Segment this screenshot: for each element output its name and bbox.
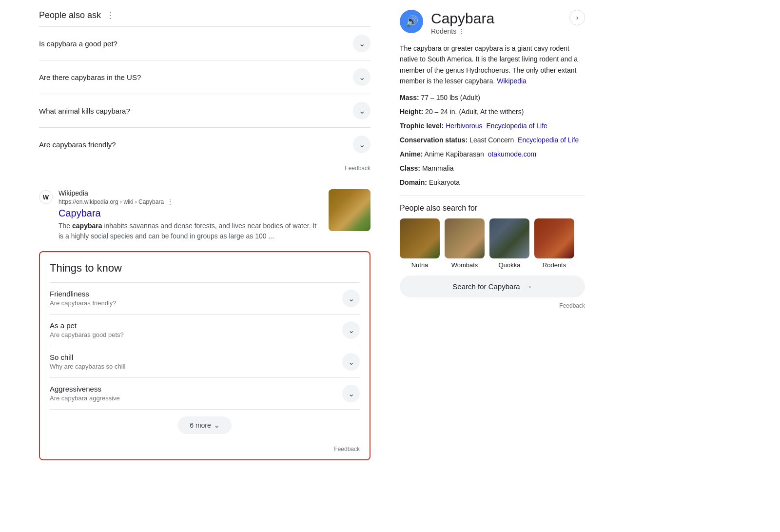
faq-item-4[interactable]: Are capybaras friendly? ⌄ (39, 127, 370, 161)
rodents-image (534, 218, 574, 258)
kp-fact-conservation: Conservation status: Least Concern Encyc… (400, 135, 585, 145)
kp-subtitle: Rodents ⋮ (431, 27, 562, 35)
kp-title-area: Capybara Rodents ⋮ (431, 10, 562, 35)
ttk-more-chevron-icon: ⌄ (214, 421, 220, 429)
kp-fact-trophic: Trophic level: Herbivorous Encyclopedia … (400, 121, 585, 131)
wikipedia-title-link[interactable]: Capybara (58, 208, 323, 219)
faq-item-3[interactable]: What animal kills capybara? ⌄ (39, 94, 370, 127)
wiki-snippet: The capybara inhabits savannas and dense… (58, 221, 323, 241)
faq-item-1[interactable]: Is capybara a good pet? ⌄ (39, 26, 370, 60)
people-also-ask-section: People also ask ⋮ Is capybara a good pet… (39, 10, 370, 179)
ttk-more-button[interactable]: 6 more ⌄ (178, 416, 232, 434)
past-item-nutria[interactable]: Nutria (400, 218, 440, 269)
people-also-ask-title: People also ask ⋮ (39, 10, 370, 20)
paa-menu-icon[interactable]: ⋮ (106, 10, 115, 20)
kp-divider (400, 196, 585, 196)
ttk-expand-icon-1[interactable]: ⌄ (342, 290, 360, 307)
anime-source-link[interactable]: otakumode.com (488, 150, 537, 158)
ttk-item-chill[interactable]: So chill Why are capybaras so chill ⌄ (50, 346, 360, 377)
right-column: 🔊 Capybara Rodents ⋮ › The capybara or g… (400, 10, 585, 460)
kp-header: 🔊 Capybara Rodents ⋮ › (400, 10, 585, 35)
wombat-image (445, 218, 485, 258)
faq-expand-icon-1[interactable]: ⌄ (353, 35, 370, 52)
nutria-image (400, 218, 440, 258)
wikipedia-logo: W (39, 190, 53, 204)
paa-feedback[interactable]: Feedback (39, 161, 370, 179)
kp-fact-anime: Anime: Anime Kapibarasan otakumode.com (400, 149, 585, 159)
kp-fact-domain: Domain: Eukaryota (400, 177, 585, 188)
past-item-quokka[interactable]: Quokka (489, 218, 529, 269)
people-also-search-section: People also search for Nutria Wombats Qu… (400, 204, 585, 309)
past-title: People also search for (400, 204, 585, 213)
kp-title: Capybara (431, 10, 562, 27)
kp-fact-mass: Mass: 77 – 150 lbs (Adult) (400, 93, 585, 103)
wiki-source-line: Wikipedia (58, 189, 323, 197)
search-capybara-arrow-icon: → (525, 282, 532, 291)
search-capybara-button[interactable]: Search for Capybara → (400, 276, 585, 297)
kp-feedback[interactable]: Feedback (400, 302, 585, 309)
kp-subtitle-dots-icon[interactable]: ⋮ (458, 27, 465, 35)
wiki-result-menu-icon[interactable]: ⋮ (167, 198, 174, 206)
quokka-image (489, 218, 529, 258)
faq-expand-icon-4[interactable]: ⌄ (353, 136, 370, 153)
kp-description: The capybara or greater capybara is a gi… (400, 43, 585, 87)
past-item-wombats[interactable]: Wombats (445, 218, 485, 269)
kp-wikipedia-link[interactable]: Wikipedia (497, 77, 526, 85)
ttk-feedback[interactable]: Feedback (50, 441, 360, 459)
conservation-source-link[interactable]: Encyclopedia of Life (518, 136, 579, 144)
kp-facts: Mass: 77 – 150 lbs (Adult) Height: 20 – … (400, 93, 585, 188)
wiki-content-area: Wikipedia https://en.wikipedia.org › wik… (58, 189, 323, 241)
faq-item-2[interactable]: Are there capybaras in the US? ⌄ (39, 60, 370, 94)
kp-expand-icon[interactable]: › (569, 10, 585, 25)
ttk-more-row: 6 more ⌄ (50, 409, 360, 441)
ttk-item-friendliness[interactable]: Friendliness Are capybaras friendly? ⌄ (50, 282, 360, 314)
past-grid: Nutria Wombats Quokka Rodents (400, 218, 585, 269)
kp-fact-class: Class: Mammalia (400, 163, 585, 174)
ttk-item-pet[interactable]: As a pet Are capybaras good pets? ⌄ (50, 314, 360, 346)
faq-expand-icon-3[interactable]: ⌄ (353, 102, 370, 119)
past-item-rodents[interactable]: Rodents (534, 218, 574, 269)
kp-fact-height: Height: 20 – 24 in. (Adult, At the withe… (400, 107, 585, 117)
ttk-title: Things to know (50, 262, 360, 275)
ttk-expand-icon-4[interactable]: ⌄ (342, 385, 360, 402)
ttk-expand-icon-2[interactable]: ⌄ (342, 321, 360, 339)
trophic-source-link[interactable]: Encyclopedia of Life (487, 122, 547, 130)
speaker-icon[interactable]: 🔊 (400, 10, 423, 33)
knowledge-panel: 🔊 Capybara Rodents ⋮ › The capybara or g… (400, 10, 585, 309)
faq-expand-icon-2[interactable]: ⌄ (353, 68, 370, 86)
left-column: People also ask ⋮ Is capybara a good pet… (39, 10, 370, 460)
ttk-expand-icon-3[interactable]: ⌄ (342, 353, 360, 371)
ttk-item-aggressiveness[interactable]: Aggressiveness Are capybara aggressive ⌄ (50, 377, 360, 409)
wikipedia-result: W Wikipedia https://en.wikipedia.org › w… (39, 189, 370, 241)
wikipedia-capybara-thumbnail (329, 189, 370, 231)
things-to-know-box: Things to know Friendliness Are capybara… (39, 251, 370, 460)
